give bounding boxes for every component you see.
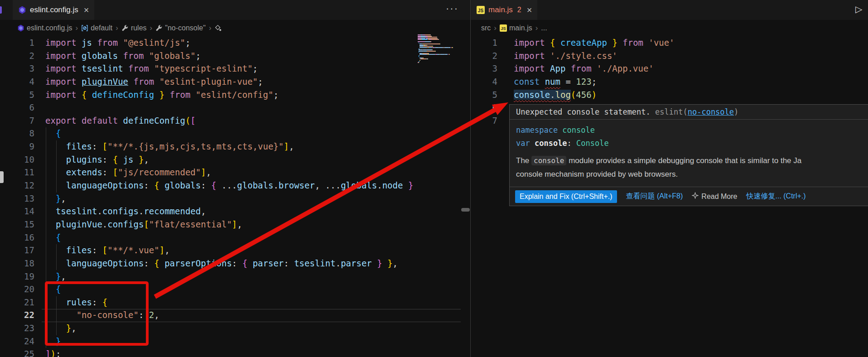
line-number[interactable]: 17 <box>0 244 34 257</box>
line-number[interactable]: 18 <box>0 257 34 270</box>
code-line[interactable]: 20 { <box>0 283 417 296</box>
line-number[interactable]: 6 <box>0 101 34 114</box>
line-number[interactable]: 13 <box>0 192 34 205</box>
chevron-right-icon: › <box>116 24 118 33</box>
code-line[interactable]: 2import globals from "globals"; <box>0 49 417 63</box>
code-line[interactable]: 7export default defineConfig([ <box>0 114 417 127</box>
indent-guide <box>56 244 57 270</box>
code-line[interactable]: 4import pluginVue from "eslint-plugin-vu… <box>0 75 417 88</box>
chevron-right-icon: › <box>76 24 78 33</box>
quick-fix-link[interactable]: 快速修复... (Ctrl+.) <box>746 192 805 201</box>
code-line[interactable]: 6 <box>0 101 417 114</box>
line-number[interactable]: 7 <box>0 114 34 127</box>
line-number[interactable]: 10 <box>0 153 34 166</box>
right-editor-tab-bar: JS main.js 2 × ▷ <box>471 0 868 20</box>
breadcrumb-item[interactable]: src <box>481 24 491 32</box>
line-number[interactable]: 12 <box>0 179 34 192</box>
line-number[interactable]: 11 <box>0 166 34 179</box>
breadcrumb-item[interactable]: default <box>81 24 112 32</box>
breadcrumb: eslint.config.js›default›rules›"no-conso… <box>17 20 224 36</box>
tab-main-js[interactable]: JS main.js 2 × <box>471 0 537 20</box>
breadcrumb-item[interactable]: eslint.config.js <box>17 24 72 32</box>
line-number[interactable]: 1 <box>471 36 497 49</box>
error-message-row: Unexpected console statement. eslint(no-… <box>510 105 868 119</box>
js-icon: JS <box>500 24 507 32</box>
code-line[interactable]: 5import { defineConfig } from "eslint/co… <box>0 88 417 101</box>
code-line[interactable]: 11 extends: ["js/recommended"], <box>0 166 417 179</box>
line-number[interactable]: 3 <box>0 62 34 75</box>
code-line[interactable]: 8 { <box>0 127 417 140</box>
close-icon[interactable]: × <box>527 5 532 14</box>
code-line[interactable]: 2import './style.css' <box>471 49 868 63</box>
code-line[interactable]: 4const num = 123; <box>471 75 868 88</box>
sidebar-scrollbar-fragment[interactable] <box>0 171 4 183</box>
close-icon[interactable]: × <box>84 5 89 14</box>
line-number[interactable]: 21 <box>0 296 34 309</box>
line-number[interactable]: 25 <box>0 347 34 357</box>
line-number[interactable]: 2 <box>0 49 34 63</box>
code-line[interactable]: 14 tseslint.configs.recommended, <box>0 205 417 218</box>
code-line[interactable]: 12 languageOptions: { globals: { ...glob… <box>0 179 417 192</box>
code-line[interactable]: 19 }, <box>0 270 417 283</box>
code-line[interactable]: 10 plugins: { js }, <box>0 153 417 166</box>
line-number[interactable]: 4 <box>0 75 34 88</box>
line-number[interactable]: 23 <box>0 322 34 335</box>
breadcrumb-item[interactable]: JSmain.js <box>500 24 532 32</box>
breadcrumb-item[interactable]: "no-console" <box>155 24 206 32</box>
editor-group-divider[interactable] <box>470 0 471 357</box>
code-line[interactable]: 21 rules: { <box>0 296 417 309</box>
tab-label: eslint.config.js <box>30 5 78 14</box>
code-line[interactable]: 3import tseslint from "typescript-eslint… <box>0 62 417 75</box>
current-line-highlight <box>42 309 461 322</box>
code-line[interactable]: 25]); <box>0 347 417 357</box>
minimap[interactable] <box>418 34 460 63</box>
code-line[interactable]: 16 { <box>0 231 417 244</box>
code-line[interactable]: 18 languageOptions: { parserOptions: { p… <box>0 257 417 270</box>
tab-eslint-config[interactable]: eslint.config.js × <box>13 0 94 20</box>
code-line[interactable]: 3import App from './App.vue' <box>471 62 868 75</box>
line-number[interactable]: 14 <box>0 205 34 218</box>
view-problem-link[interactable]: 查看问题 (Alt+F8) <box>626 192 683 201</box>
code-line[interactable]: 13 }, <box>0 192 417 205</box>
code-line[interactable]: 17 files: ["**/*.vue"], <box>0 244 417 257</box>
partial-tab-icon-fragment <box>0 6 2 14</box>
editor-actions-more-icon[interactable]: ··· <box>446 3 458 14</box>
indent-guide <box>56 140 57 193</box>
breadcrumb-item[interactable]: ... <box>541 24 547 32</box>
breadcrumb: src›JSmain.js›... <box>481 20 547 36</box>
line-number[interactable]: 20 <box>0 283 34 296</box>
line-number[interactable]: 4 <box>471 75 497 88</box>
explain-and-fix-button[interactable]: Explain and Fix (Ctrl+Shift+.) <box>515 190 617 203</box>
line-number[interactable]: 3 <box>471 62 497 75</box>
line-number[interactable]: 5 <box>0 88 34 101</box>
code-line[interactable]: 5console.log(456) <box>471 88 868 101</box>
line-number[interactable]: 15 <box>0 218 34 231</box>
code-line[interactable]: 9 files: ["**/*.{js,mjs,cjs,ts,mts,cts,v… <box>0 140 417 153</box>
breadcrumb-item[interactable]: rules <box>121 24 147 32</box>
code-line[interactable]: 15 pluginVue.configs["flat/essential"], <box>0 218 417 231</box>
scrollbar-thumb[interactable] <box>461 208 470 212</box>
breadcrumb-item[interactable] <box>215 24 224 32</box>
line-number[interactable]: 19 <box>0 270 34 283</box>
problems-count-badge: 2 <box>517 6 521 14</box>
line-number[interactable]: 5 <box>471 88 497 101</box>
line-number[interactable]: 8 <box>0 127 34 140</box>
line-number[interactable]: 1 <box>0 36 34 49</box>
line-number[interactable]: 9 <box>0 140 34 153</box>
line-number[interactable]: 6 <box>471 101 497 114</box>
line-number[interactable]: 16 <box>0 231 34 244</box>
read-more-link[interactable]: Read More <box>692 192 737 201</box>
line-number[interactable]: 22 <box>0 309 34 322</box>
line-number[interactable]: 7 <box>471 114 497 127</box>
run-button[interactable]: ▷ <box>855 4 862 14</box>
line-number[interactable]: 2 <box>471 49 497 63</box>
code-line[interactable]: 24 }, <box>0 335 417 348</box>
sparkle-icon <box>692 192 699 201</box>
code-line[interactable]: 1import js from "@eslint/js"; <box>0 36 417 49</box>
symbol-object-icon <box>81 24 88 32</box>
code-line[interactable]: 23 }, <box>0 322 417 335</box>
code-line[interactable]: 1import { createApp } from 'vue' <box>471 36 868 49</box>
line-number[interactable]: 24 <box>0 335 34 348</box>
error-rule-link[interactable]: no-console <box>688 107 734 116</box>
eslint-icon <box>18 6 26 14</box>
